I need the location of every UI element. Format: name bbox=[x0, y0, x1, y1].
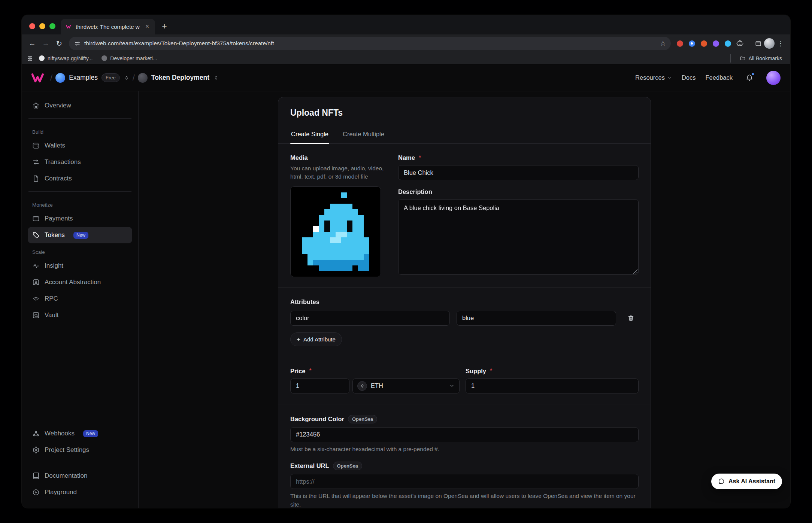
tab-close-icon[interactable]: × bbox=[143, 22, 151, 31]
delete-attribute-button[interactable] bbox=[623, 311, 639, 326]
team-avatar bbox=[55, 73, 65, 83]
bookmarks-separator bbox=[730, 54, 731, 63]
extensions-puzzle-icon[interactable] bbox=[734, 37, 746, 49]
browser-menu-icon[interactable]: ⋮ bbox=[775, 37, 787, 49]
team-name: Examples bbox=[69, 74, 98, 82]
browser-toolbar: ← → ↻ thirdweb.com/team/examples/Token-D… bbox=[22, 34, 790, 52]
background-color-label-row: Background Color OpenSea bbox=[290, 415, 639, 423]
form-tabs: Create Single Create Multiple bbox=[278, 126, 651, 144]
project-name: Token Deployment bbox=[151, 74, 209, 82]
supply-input[interactable] bbox=[466, 378, 639, 393]
new-tab-button[interactable]: + bbox=[158, 20, 171, 33]
description-textarea[interactable]: A blue chick living on Base Sepolia bbox=[398, 199, 639, 275]
extension-icon-3[interactable] bbox=[698, 37, 710, 49]
attributes-label: Attributes bbox=[290, 298, 639, 305]
external-url-helper: This is the URL that will appear below t… bbox=[290, 492, 639, 508]
sidebar-item-transactions[interactable]: Transactions bbox=[28, 154, 132, 170]
address-bar[interactable]: thirdweb.com/team/examples/Token-Deploym… bbox=[69, 37, 671, 50]
extension-icon-4[interactable] bbox=[710, 37, 722, 49]
bookmark-star-icon[interactable]: ☆ bbox=[657, 38, 669, 49]
all-bookmarks-label: All Bookmarks bbox=[749, 55, 782, 61]
currency-select[interactable]: ETH bbox=[352, 378, 460, 393]
price-label-row: Price * bbox=[290, 368, 460, 375]
bookmark-item[interactable]: Developer marketi... bbox=[99, 54, 160, 63]
opensea-badge: OpenSea bbox=[333, 462, 362, 470]
unfold-chevrons-icon[interactable] bbox=[213, 75, 219, 81]
resources-menu[interactable]: Resources bbox=[635, 74, 672, 81]
unfold-chevrons-icon[interactable] bbox=[124, 75, 130, 81]
chevron-down-icon bbox=[667, 75, 672, 80]
extension-icon-2[interactable] bbox=[686, 37, 698, 49]
bookmarks-bar: niftyswap.gg/Nifty... Developer marketi.… bbox=[22, 52, 790, 64]
sidebar-section-build: Build bbox=[32, 129, 128, 135]
chat-bubble-icon bbox=[718, 478, 725, 485]
notifications-button[interactable] bbox=[742, 71, 757, 85]
sidebar-item-payments[interactable]: Payments bbox=[28, 210, 132, 227]
close-window-button[interactable] bbox=[29, 23, 35, 29]
ask-ai-assistant-label: Ask AI Assistant bbox=[728, 478, 775, 485]
forward-button[interactable]: → bbox=[39, 37, 52, 50]
chevron-down-icon bbox=[449, 383, 455, 389]
upload-nfts-card: Upload NFTs Create Single Create Multipl… bbox=[278, 97, 651, 508]
sidebar-item-vault[interactable]: Vault bbox=[28, 307, 132, 323]
browser-tab[interactable]: thirdweb: The complete web... × bbox=[61, 19, 155, 34]
all-bookmarks-button[interactable]: All Bookmarks bbox=[737, 54, 785, 63]
sidebar-item-account-abstraction[interactable]: Account Abstraction bbox=[28, 274, 132, 291]
user-avatar[interactable] bbox=[766, 71, 781, 85]
browser-tab-strip: thirdweb: The complete web... × + bbox=[22, 15, 790, 34]
page-title: Upload NFTs bbox=[290, 108, 639, 118]
feedback-link[interactable]: Feedback bbox=[706, 74, 733, 81]
browser-window-icon[interactable] bbox=[752, 37, 764, 49]
apps-grid-icon[interactable] bbox=[27, 55, 33, 61]
sidebar-item-contracts[interactable]: Contracts bbox=[28, 170, 132, 187]
team-selector[interactable]: Examples Free bbox=[55, 73, 130, 83]
sidebar-item-webhooks[interactable]: Webhooks New bbox=[28, 425, 132, 442]
thirdweb-favicon-icon bbox=[66, 24, 72, 29]
refresh-button[interactable]: ↻ bbox=[52, 37, 66, 50]
required-asterisk: * bbox=[490, 368, 492, 374]
home-icon bbox=[32, 102, 40, 109]
add-attribute-label: Add Attribute bbox=[303, 336, 336, 343]
sidebar-item-rpc[interactable]: RPC bbox=[28, 291, 132, 307]
thirdweb-logo-icon[interactable] bbox=[31, 73, 47, 83]
book-icon bbox=[32, 472, 40, 480]
external-url-input[interactable] bbox=[290, 474, 639, 489]
sidebar-item-tokens[interactable]: Tokens New bbox=[28, 227, 132, 243]
site-settings-icon[interactable] bbox=[74, 40, 81, 47]
tab-create-multiple[interactable]: Create Multiple bbox=[342, 126, 385, 143]
supply-label-row: Supply * bbox=[466, 368, 639, 375]
docs-link[interactable]: Docs bbox=[682, 74, 696, 81]
background-color-label: Background Color bbox=[290, 416, 344, 423]
extension-icon-5[interactable] bbox=[722, 37, 734, 49]
name-input[interactable] bbox=[398, 165, 639, 180]
tab-create-single[interactable]: Create Single bbox=[290, 126, 329, 143]
sidebar-item-playground[interactable]: Playground bbox=[28, 484, 132, 501]
attribute-name-input[interactable] bbox=[290, 311, 450, 326]
sidebar: Overview Build Wallets Transactions bbox=[22, 91, 139, 508]
attribute-value-input[interactable] bbox=[457, 311, 616, 326]
sidebar-item-project-settings[interactable]: Project Settings bbox=[28, 442, 132, 458]
browser-profile-avatar[interactable] bbox=[764, 38, 775, 49]
extension-icon-1[interactable] bbox=[674, 37, 686, 49]
sidebar-item-label: Wallets bbox=[45, 142, 65, 149]
eth-icon bbox=[357, 381, 367, 391]
ask-ai-assistant-button[interactable]: Ask AI Assistant bbox=[711, 474, 782, 489]
sidebar-divider bbox=[28, 463, 131, 463]
sidebar-item-wallets[interactable]: Wallets bbox=[28, 137, 132, 154]
external-url-label-row: External URL OpenSea bbox=[290, 462, 639, 470]
zoom-window-button[interactable] bbox=[49, 23, 55, 29]
sidebar-item-overview[interactable]: Overview bbox=[28, 97, 132, 114]
add-attribute-button[interactable]: + Add Attribute bbox=[290, 332, 342, 346]
background-color-input[interactable] bbox=[290, 427, 639, 442]
toolbar-separator bbox=[749, 39, 749, 48]
price-input[interactable] bbox=[290, 378, 349, 393]
project-selector[interactable]: Token Deployment bbox=[138, 73, 219, 83]
minimize-window-button[interactable] bbox=[39, 23, 45, 29]
media-upload-preview[interactable] bbox=[290, 186, 381, 277]
url-text[interactable]: thirdweb.com/team/examples/Token-Deploym… bbox=[84, 40, 654, 47]
sidebar-item-documentation[interactable]: Documentation bbox=[28, 468, 132, 484]
sidebar-item-insight[interactable]: Insight bbox=[28, 258, 132, 274]
bookmark-item[interactable]: niftyswap.gg/Nifty... bbox=[36, 54, 96, 63]
back-button[interactable]: ← bbox=[25, 37, 39, 50]
tab-title: thirdweb: The complete web... bbox=[76, 24, 140, 30]
